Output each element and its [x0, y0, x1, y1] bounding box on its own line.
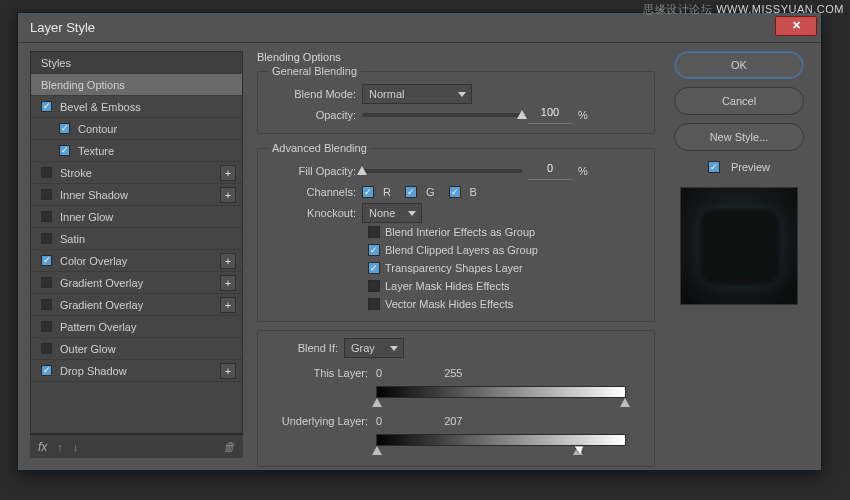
panel-heading: Blending Options [257, 51, 655, 63]
watermark-right: WWW.MISSYUAN.COM [716, 3, 844, 15]
styles-header-label: Styles [41, 57, 71, 69]
list-item-label: Contour [78, 123, 117, 135]
dialog-title: Layer Style [30, 20, 95, 35]
channel-b-checkbox[interactable] [449, 186, 461, 198]
style-item-bevel-emboss[interactable]: Bevel & Emboss [31, 96, 242, 118]
add-icon[interactable]: + [220, 165, 236, 181]
channel-g-checkbox[interactable] [405, 186, 417, 198]
checkbox-icon[interactable] [59, 145, 70, 156]
ok-button[interactable]: OK [674, 51, 804, 79]
button-label: Cancel [722, 95, 756, 107]
move-down-icon[interactable]: ↓ [73, 441, 79, 453]
checkbox-icon[interactable] [59, 123, 70, 134]
knockout-label: Knockout: [268, 207, 356, 219]
button-label: OK [731, 59, 747, 71]
list-item-label: Blending Options [41, 79, 125, 91]
layer-mask-hides-checkbox[interactable] [368, 280, 380, 292]
blend-if-group: Blend If: Gray This Layer: 0 255 Underly… [257, 330, 655, 467]
underlying-gradient[interactable] [376, 434, 626, 446]
opacity-label: Opacity: [268, 109, 356, 121]
fill-opacity-slider[interactable] [362, 169, 522, 173]
underlying-label: Underlying Layer: [268, 415, 368, 427]
percent-label: % [578, 109, 588, 121]
channel-r-label: R [383, 186, 391, 198]
underlying-high: 207 [444, 415, 462, 427]
preview-label: Preview [731, 161, 770, 173]
checkbox-icon[interactable] [41, 277, 52, 288]
slider-handle-icon[interactable] [357, 166, 367, 175]
checkbox-icon[interactable] [41, 365, 52, 376]
add-icon[interactable]: + [220, 363, 236, 379]
add-icon[interactable]: + [220, 253, 236, 269]
add-icon[interactable]: + [220, 187, 236, 203]
channel-b-label: B [470, 186, 477, 198]
list-item-label: Satin [60, 233, 85, 245]
cancel-button[interactable]: Cancel [674, 87, 804, 115]
checkbox-icon[interactable] [41, 321, 52, 332]
options-panel: Blending Options General Blending Blend … [257, 51, 655, 458]
blend-interior-checkbox[interactable] [368, 226, 380, 238]
fx-icon[interactable]: fx [38, 440, 47, 454]
checkbox-icon[interactable] [41, 189, 52, 200]
styles-header[interactable]: Styles [31, 52, 242, 74]
gradient-stop-icon[interactable] [372, 446, 382, 455]
checkbox-icon[interactable] [41, 255, 52, 266]
layer-style-dialog: Layer Style ✕ Styles Blending Options Be… [17, 12, 822, 471]
style-item-satin[interactable]: Satin [31, 228, 242, 250]
style-item-drop-shadow[interactable]: Drop Shadow+ [31, 360, 242, 382]
style-item-gradient-overlay[interactable]: Gradient Overlay+ [31, 272, 242, 294]
style-item-contour[interactable]: Contour [31, 118, 242, 140]
list-item-label: Gradient Overlay [60, 299, 143, 311]
option-label: Layer Mask Hides Effects [385, 280, 510, 292]
gradient-stop-icon[interactable] [372, 398, 382, 407]
preview-toggle[interactable]: Preview [708, 161, 770, 173]
checkbox-icon[interactable] [41, 299, 52, 310]
style-item-color-overlay[interactable]: Color Overlay+ [31, 250, 242, 272]
list-item-label: Drop Shadow [60, 365, 127, 377]
watermark: 思缘设计论坛 WWW.MISSYUAN.COM [637, 0, 850, 19]
checkbox-icon[interactable] [41, 233, 52, 244]
list-item-label: Gradient Overlay [60, 277, 143, 289]
this-layer-gradient[interactable] [376, 386, 626, 398]
style-item-gradient-overlay-2[interactable]: Gradient Overlay+ [31, 294, 242, 316]
style-item-outer-glow[interactable]: Outer Glow [31, 338, 242, 360]
vector-mask-hides-checkbox[interactable] [368, 298, 380, 310]
checkbox-icon[interactable] [41, 101, 52, 112]
transparency-shapes-checkbox[interactable] [368, 262, 380, 274]
channel-g-label: G [426, 186, 435, 198]
blend-mode-value: Normal [369, 88, 404, 100]
new-style-button[interactable]: New Style... [674, 123, 804, 151]
add-icon[interactable]: + [220, 297, 236, 313]
opacity-slider[interactable] [362, 113, 522, 117]
add-icon[interactable]: + [220, 275, 236, 291]
list-item-label: Bevel & Emboss [60, 101, 141, 113]
fill-opacity-value[interactable]: 0 [528, 162, 572, 180]
knockout-value: None [369, 207, 395, 219]
checkbox-icon[interactable] [41, 343, 52, 354]
style-item-inner-glow[interactable]: Inner Glow [31, 206, 242, 228]
channel-r-checkbox[interactable] [362, 186, 374, 198]
move-up-icon[interactable]: ↑ [57, 441, 63, 453]
blend-clipped-checkbox[interactable] [368, 244, 380, 256]
button-label: New Style... [710, 131, 769, 143]
knockout-select[interactable]: None [362, 203, 422, 223]
style-item-stroke[interactable]: Stroke+ [31, 162, 242, 184]
style-item-inner-shadow[interactable]: Inner Shadow+ [31, 184, 242, 206]
gradient-stop-icon[interactable] [573, 446, 583, 455]
style-item-blending-options[interactable]: Blending Options [31, 74, 242, 96]
checkbox-icon[interactable] [41, 211, 52, 222]
style-item-texture[interactable]: Texture [31, 140, 242, 162]
checkbox-icon[interactable] [41, 167, 52, 178]
style-item-pattern-overlay[interactable]: Pattern Overlay [31, 316, 242, 338]
this-layer-high: 255 [444, 367, 462, 379]
this-layer-low: 0 [376, 367, 382, 379]
blend-mode-select[interactable]: Normal [362, 84, 472, 104]
trash-icon[interactable]: 🗑 [223, 440, 235, 454]
opacity-value[interactable]: 100 [528, 106, 572, 124]
option-label: Transparency Shapes Layer [385, 262, 523, 274]
preview-checkbox[interactable] [708, 161, 720, 173]
list-item-label: Inner Glow [60, 211, 113, 223]
slider-handle-icon[interactable] [517, 110, 527, 119]
gradient-stop-icon[interactable] [620, 398, 630, 407]
blend-if-select[interactable]: Gray [344, 338, 404, 358]
